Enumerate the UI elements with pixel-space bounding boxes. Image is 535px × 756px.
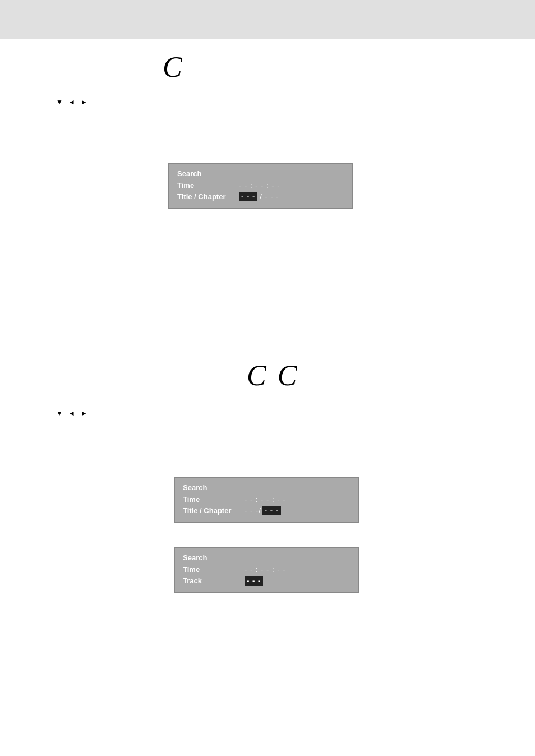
right-arrow-icon[interactable]: ► bbox=[81, 98, 87, 106]
logo-cc-double: C C bbox=[247, 359, 297, 392]
title-highlighted-1: - - - bbox=[239, 192, 257, 201]
time-value-3: - - : - - : - - bbox=[245, 565, 285, 574]
down-arrow-icon[interactable]: ▼ bbox=[56, 98, 63, 106]
title-label-2: Title / Chapter bbox=[183, 506, 245, 515]
track-row: Track - - - bbox=[183, 576, 350, 586]
title-label-1: Title / Chapter bbox=[177, 192, 239, 201]
time-value-2: - - : - - : - - bbox=[245, 495, 285, 504]
track-highlighted: - - - bbox=[245, 576, 263, 586]
cursive-c-icon-right: C bbox=[278, 359, 297, 392]
title-row-1: Title / Chapter - - - / - - - bbox=[177, 192, 344, 201]
left-arrow-icon-2[interactable]: ◄ bbox=[68, 409, 75, 417]
time-row-2: Time - - : - - : - - bbox=[183, 495, 350, 504]
title-row-2: Title / Chapter - - -/ - - - bbox=[183, 506, 350, 515]
search-heading-3: Search bbox=[183, 554, 350, 562]
track-label: Track bbox=[183, 577, 245, 585]
cursive-c-icon: C bbox=[163, 51, 182, 83]
time-value-1: - - : - - : - - bbox=[239, 181, 280, 190]
cursive-c-icon-left: C bbox=[247, 359, 266, 392]
search-heading-2: Search bbox=[183, 483, 350, 492]
time-label-3: Time bbox=[183, 565, 245, 574]
nav-arrows-section2: ▼ ◄ ► bbox=[56, 409, 87, 417]
time-row-3: Time - - : - - : - - bbox=[183, 565, 350, 574]
logo-c-single: C bbox=[163, 50, 182, 84]
time-label-2: Time bbox=[183, 495, 245, 504]
title-rest-1: / - - - bbox=[260, 192, 279, 201]
time-row-1: Time - - : - - : - - bbox=[177, 181, 344, 190]
title-rest-2: - - -/ bbox=[245, 506, 261, 515]
search-panel-3: Search Time - - : - - : - - Track - - - bbox=[174, 547, 359, 593]
header-bar bbox=[0, 0, 535, 39]
search-panel-1: Search Time - - : - - : - - Title / Chap… bbox=[168, 163, 353, 209]
search-panel-2: Search Time - - : - - : - - Title / Chap… bbox=[174, 477, 359, 523]
left-arrow-icon[interactable]: ◄ bbox=[68, 98, 75, 106]
down-arrow-icon-2[interactable]: ▼ bbox=[56, 409, 63, 417]
time-label-1: Time bbox=[177, 181, 239, 190]
right-arrow-icon-2[interactable]: ► bbox=[81, 409, 87, 417]
nav-arrows-section1: ▼ ◄ ► bbox=[56, 98, 87, 106]
search-heading-1: Search bbox=[177, 169, 344, 178]
title-highlighted-2: - - - bbox=[262, 506, 281, 515]
